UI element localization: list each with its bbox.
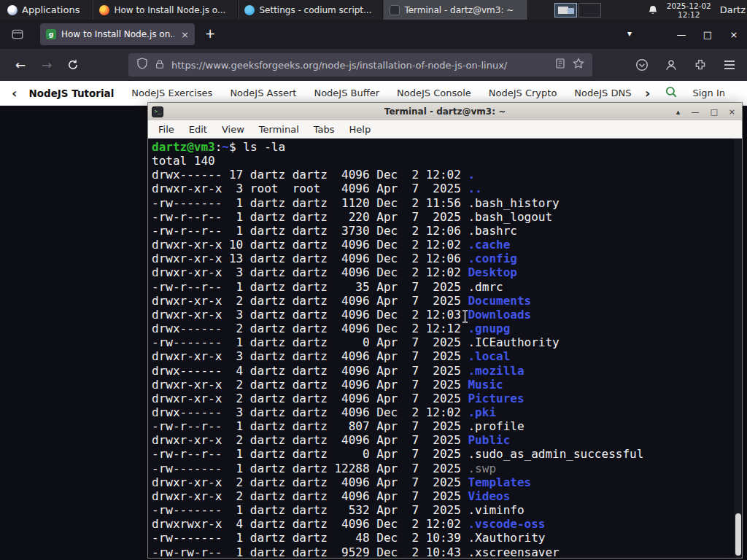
terminal-window: Terminal - dartz@vm3: ~ >_ ▴ — □ × File … [147, 102, 743, 559]
task-title: Settings - codium script... [259, 5, 371, 15]
terminal-app-icon: >_ [152, 106, 163, 117]
site-favicon: g [46, 29, 56, 39]
menu-icon[interactable] [718, 53, 741, 77]
applications-icon [7, 5, 18, 15]
site-nav-items: NodeJS Tutorial NodeJS Exercises NodeJS … [28, 88, 645, 99]
menu-help[interactable]: Help [342, 124, 379, 135]
nav-scroll-left-icon[interactable]: ‹ [12, 85, 17, 101]
codium-icon [244, 5, 255, 15]
site-nav-right: › Sign In [645, 85, 747, 101]
terminal-scrollbar-thumb[interactable] [735, 513, 741, 556]
browser-toolbar: ← → https://www.geeksforgeeks.org/node-j… [0, 49, 747, 81]
workspace-1[interactable] [554, 3, 577, 18]
browser-close-button[interactable]: × [721, 29, 747, 40]
nav-item-console[interactable]: NodeJS Console [397, 88, 471, 99]
terminal-line: drwxr-xr-x 2 dartz dartz 4096 Apr 7 2025… [152, 392, 732, 405]
terminal-line: -rw------- 1 dartz dartz 0 Apr 7 2025 .I… [152, 335, 732, 349]
terminal-line: drwxr-xr-x 2 dartz dartz 4096 Apr 7 2025… [152, 378, 732, 392]
new-tab-button[interactable]: + [205, 26, 215, 41]
terminal-line: -rw-r--r-- 1 dartz dartz 35 Apr 7 2025 .… [152, 280, 732, 294]
menu-tabs[interactable]: Tabs [306, 124, 342, 135]
task-title: Terminal - dartz@vm3: ~ [404, 5, 514, 15]
terminal-line: drwxr-xr-x 3 dartz dartz 4096 Apr 7 2025… [152, 349, 732, 363]
terminal-scrollbar[interactable] [734, 139, 742, 558]
terminal-line: drwxr-xr-x 2 dartz dartz 4096 Apr 7 2025… [152, 294, 732, 308]
back-button[interactable]: ← [9, 53, 32, 77]
sign-in-button[interactable]: Sign In [692, 88, 725, 98]
workspace-2[interactable] [578, 3, 601, 18]
terminal-line: -rw------- 1 dartz dartz 532 Apr 7 2025 … [152, 503, 732, 517]
browser-tab-active[interactable]: g How to Install Node.js on... × [40, 23, 195, 45]
reader-view-icon[interactable] [554, 58, 566, 72]
terminal-maximize-button[interactable]: □ [710, 107, 717, 117]
terminal-titlebar[interactable]: Terminal - dartz@vm3: ~ >_ ▴ — □ × [148, 103, 742, 120]
nav-item-assert[interactable]: NodeJS Assert [230, 88, 296, 99]
nav-item-buffer[interactable]: NodeJS Buffer [314, 88, 379, 99]
tab-title: How to Install Node.js on... [61, 29, 174, 39]
bookmark-star-icon[interactable] [573, 58, 584, 72]
account-icon[interactable] [659, 53, 683, 77]
terminal-line: -rw-r--r-- 1 dartz dartz 0 Apr 7 2025 .s… [152, 447, 732, 461]
panel-status-area: 2025-12-02 12:12 Dartz [648, 1, 747, 19]
terminal-line: drwx------ 2 dartz dartz 4096 Dec 2 12:1… [152, 322, 732, 335]
terminal-line: drwxr-xr-x 13 dartz dartz 4096 Dec 2 12:… [152, 252, 732, 265]
menu-terminal[interactable]: Terminal [252, 124, 306, 135]
menu-view[interactable]: View [214, 124, 252, 135]
tracking-shield-icon[interactable] [136, 58, 148, 72]
workspace-switcher [554, 3, 601, 18]
lock-icon[interactable] [155, 58, 165, 72]
terminal-line: -rw-r--r-- 1 dartz dartz 807 Apr 7 2025 … [152, 419, 732, 433]
terminal-close-button[interactable]: × [729, 107, 735, 117]
terminal-line: -rw------- 1 dartz dartz 1120 Dec 2 11:5… [152, 196, 732, 210]
browser-minimize-button[interactable]: — [668, 29, 694, 40]
mouse-ibeam-cursor [461, 310, 469, 326]
desktop: Applications How to Install Node.js o...… [0, 0, 747, 560]
nav-item-tutorial[interactable]: NodeJS Tutorial [28, 88, 114, 99]
reload-button[interactable] [61, 53, 85, 77]
url-bar[interactable]: https://www.geeksforgeeks.org/node-js/in… [128, 53, 592, 77]
applications-menu-button[interactable]: Applications [0, 0, 87, 20]
firefox-icon [99, 5, 109, 15]
menu-file[interactable]: File [151, 124, 182, 135]
browser-window-controls: — □ × [668, 20, 747, 49]
nav-scroll-right-icon[interactable]: › [645, 85, 650, 101]
terminal-line: dartz@vm3:~$ ls -la [152, 140, 732, 154]
terminal-output: dartz@vm3:~$ ls -latotal 140drwx------ 1… [152, 140, 732, 558]
tab-close-icon[interactable]: × [179, 29, 189, 40]
clock-time: 12:12 [667, 10, 711, 19]
browser-maximize-button[interactable]: □ [694, 29, 721, 40]
terminal-icon [390, 5, 400, 15]
list-all-tabs-icon[interactable]: ▾ [627, 28, 632, 39]
terminal-shade-button[interactable]: ▴ [676, 107, 681, 117]
search-icon[interactable] [665, 85, 678, 101]
nav-item-crypto[interactable]: NodeJS Crypto [489, 88, 557, 99]
forward-button[interactable]: → [35, 53, 58, 77]
taskbar-item-codium[interactable]: Settings - codium script... [238, 0, 383, 20]
url-text[interactable]: https://www.geeksforgeeks.org/node-js/in… [171, 60, 548, 71]
taskbar-item-browser[interactable]: How to Install Node.js o... [93, 0, 238, 20]
user-menu[interactable]: Dartz [720, 4, 746, 15]
terminal-line: drwx------ 17 dartz dartz 4096 Dec 2 12:… [152, 168, 732, 182]
terminal-line: -rw-r--r-- 1 dartz dartz 3730 Dec 2 12:0… [152, 224, 732, 238]
workspace-mini-window [558, 7, 568, 14]
pocket-icon[interactable] [630, 53, 654, 77]
terminal-menubar: File Edit View Terminal Tabs Help [148, 120, 742, 139]
terminal-line: drwxr-xr-x 2 dartz dartz 4096 Apr 7 2025… [152, 489, 732, 503]
firefox-view-icon[interactable] [10, 27, 25, 42]
taskbar-item-terminal[interactable]: Terminal - dartz@vm3: ~ [383, 0, 528, 20]
nav-item-exercises[interactable]: NodeJS Exercises [131, 88, 212, 99]
terminal-screen[interactable]: dartz@vm3:~$ ls -latotal 140drwx------ 1… [148, 139, 742, 558]
workspace-mini-window [568, 8, 574, 14]
extensions-icon[interactable] [689, 53, 712, 77]
terminal-minimize-button[interactable]: — [691, 107, 699, 117]
terminal-line: drwxr-xr-x 3 dartz dartz 4096 Dec 2 12:0… [152, 265, 732, 279]
terminal-line: drwx------ 4 dartz dartz 4096 Apr 7 2025… [152, 364, 732, 378]
task-title: How to Install Node.js o... [114, 5, 225, 15]
nav-item-dns[interactable]: NodeJS DNS [574, 88, 631, 99]
terminal-line: -rw-r--r-- 1 dartz dartz 220 Apr 7 2025 … [152, 210, 732, 224]
menu-edit[interactable]: Edit [182, 124, 214, 135]
terminal-window-title: Terminal - dartz@vm3: ~ [148, 106, 742, 117]
top-panel: Applications How to Install Node.js o...… [0, 0, 747, 20]
notifications-bell-icon[interactable] [648, 5, 658, 15]
clock[interactable]: 2025-12-02 12:12 [667, 1, 711, 19]
